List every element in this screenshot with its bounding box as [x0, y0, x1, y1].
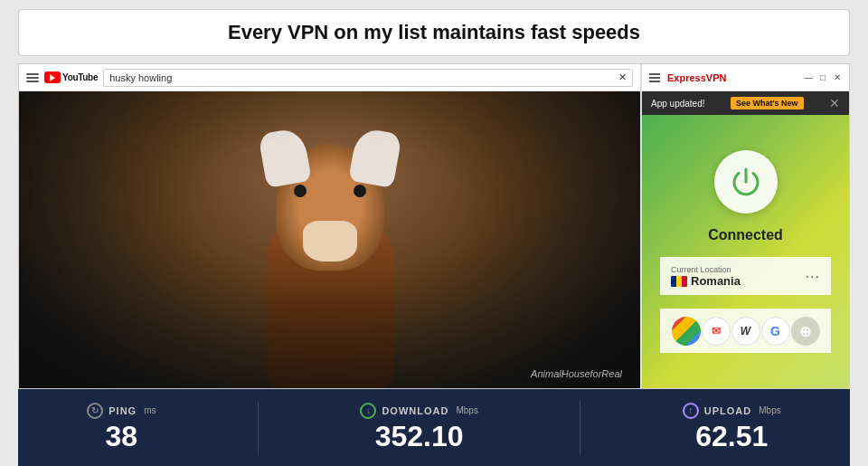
vpn-window-controls: — □ ✕: [804, 73, 842, 82]
ping-label: PING: [108, 405, 137, 416]
ping-stat: ↻ PING ms 38: [87, 403, 156, 452]
more-shortcuts-icon[interactable]: ⊕: [791, 317, 820, 346]
vpn-app-icons-row: ✉ W G ⊕: [660, 309, 831, 353]
upload-value: 62.51: [695, 421, 768, 452]
maximize-button[interactable]: □: [818, 73, 827, 82]
download-label-row: ↓ DOWNLOAD Mbps: [360, 403, 477, 419]
gmail-shortcut-icon[interactable]: ✉: [702, 317, 731, 346]
notification-text: App updated!: [651, 99, 705, 109]
stats-divider-2: [580, 401, 580, 455]
vpn-panel: ExpressVPN — □ ✕ App updated! See What's…: [641, 64, 849, 388]
upload-stat: ↑ UPLOAD Mbps 62.51: [683, 403, 781, 452]
ping-icon: ↻: [87, 403, 103, 419]
upload-icon: ↑: [683, 403, 699, 419]
youtube-text: YouTube: [62, 72, 98, 82]
upload-label-row: ↑ UPLOAD Mbps: [683, 403, 781, 419]
download-unit: Mbps: [456, 405, 477, 415]
download-value: 352.10: [375, 421, 464, 452]
gmail-icon-label: ✉: [712, 325, 721, 338]
video-watermark: AnimalHouseforReal: [531, 368, 622, 379]
location-label: Current Location: [671, 265, 741, 274]
location-info: Current Location Romania: [671, 265, 741, 288]
ping-label-row: ↻ PING ms: [87, 403, 156, 419]
vpn-location-bar[interactable]: Current Location Romania ···: [660, 257, 831, 295]
vpn-toolbar-left: ExpressVPN: [649, 72, 726, 83]
youtube-logo: YouTube: [44, 71, 98, 83]
google-icon-label: G: [770, 324, 780, 338]
ping-unit: ms: [144, 405, 156, 415]
video-overlay: [19, 91, 640, 388]
vpn-logo: ExpressVPN: [667, 72, 726, 83]
search-bar[interactable]: husky howling ✕: [103, 69, 633, 87]
minimize-button[interactable]: —: [804, 73, 813, 82]
power-icon: [730, 166, 762, 198]
video-area: AnimalHouseforReal: [19, 91, 640, 388]
header-banner: Every VPN on my list maintains fast spee…: [18, 9, 850, 56]
notification-close-icon[interactable]: ✕: [829, 96, 840, 110]
see-whats-new-button[interactable]: See What's New: [731, 97, 804, 109]
search-clear-icon[interactable]: ✕: [618, 71, 627, 83]
country-name: Romania: [691, 274, 741, 288]
browser-toolbar: YouTube husky howling ✕: [19, 64, 640, 91]
stats-divider-1: [258, 401, 259, 455]
video-thumbnail: AnimalHouseforReal: [19, 91, 640, 388]
power-button[interactable]: [714, 150, 778, 214]
google-shortcut-icon[interactable]: G: [761, 317, 790, 346]
vpn-notification-bar: App updated! See What's New ✕: [642, 91, 849, 115]
ping-value: 38: [106, 421, 138, 452]
wikipedia-shortcut-icon[interactable]: W: [731, 317, 760, 346]
wiki-icon-label: W: [741, 325, 750, 338]
location-options-icon[interactable]: ···: [806, 269, 820, 285]
search-query: husky howling: [109, 72, 172, 83]
vpn-connection-area: Connected Current Location Romania ··· ✉: [642, 115, 849, 388]
vpn-menu-icon[interactable]: [649, 73, 660, 82]
upload-unit: Mbps: [759, 405, 780, 415]
download-label: DOWNLOAD: [382, 405, 448, 416]
connection-status: Connected: [708, 227, 783, 243]
more-icon-label: ⊕: [799, 323, 811, 340]
location-country: Romania: [671, 274, 741, 288]
vpn-toolbar: ExpressVPN — □ ✕: [642, 64, 849, 91]
download-icon: ↓: [360, 403, 376, 419]
close-button[interactable]: ✕: [833, 73, 842, 82]
chrome-shortcut-icon[interactable]: [672, 317, 701, 346]
download-stat: ↓ DOWNLOAD Mbps 352.10: [360, 403, 477, 452]
browser-menu-icon[interactable]: [26, 73, 39, 82]
romania-flag-icon: [671, 276, 687, 287]
header-title: Every VPN on my list maintains fast spee…: [37, 21, 831, 44]
stats-bar: ↻ PING ms 38 ↓ DOWNLOAD Mbps 352.10 ↑ UP…: [18, 389, 850, 466]
browser-window: YouTube husky howling ✕: [19, 64, 641, 388]
main-content: YouTube husky howling ✕: [18, 63, 850, 389]
youtube-icon: [44, 71, 61, 83]
upload-label: UPLOAD: [704, 405, 751, 416]
